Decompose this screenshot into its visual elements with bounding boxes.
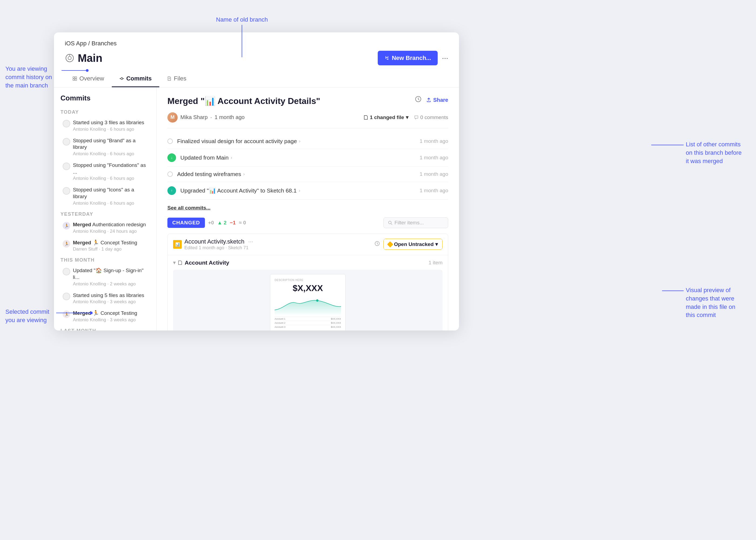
commit-dot <box>63 138 70 146</box>
annotation-connector <box>62 67 88 72</box>
tab-commits[interactable]: Commits <box>112 71 159 87</box>
branch-title: Main <box>65 52 102 64</box>
commit-dot <box>63 268 70 275</box>
list-item[interactable]: Stopped using "Icons" as a libraryAntoni… <box>56 184 154 208</box>
breadcrumb-current[interactable]: Branches <box>91 40 117 47</box>
annotation-dot-bottom <box>90 312 93 314</box>
changed-file-badge[interactable]: 1 changed file ▾ <box>363 114 409 120</box>
annotation-line-right <box>651 145 684 145</box>
filter-input-container[interactable]: Filter items... <box>383 217 448 228</box>
main-content: Merged "📊 Account Activity Details" Shar… <box>157 87 459 331</box>
artboard-header: ▾ Account Activity 1 item <box>173 259 442 266</box>
file-item: 📊 Account Activity.sketch ··· Edited 1 m… <box>168 233 448 331</box>
commit-meta-row: M Mika Sharp · 1 month ago 1 changed fil… <box>168 112 448 128</box>
section-label-yesterday: YESTERDAY <box>54 209 156 219</box>
commit-name: Updated "🏠 Sign-up - Sign-in" li... <box>73 267 148 281</box>
chevron-down-icon[interactable]: ▾ <box>173 260 176 266</box>
annotation-right-top: List of other commits on this branch bef… <box>651 140 745 165</box>
commit-title: Merged "📊 Account Activity Details" <box>168 95 320 107</box>
commit-header-actions: Share <box>415 95 448 104</box>
tab-commits-label: Commits <box>126 75 152 82</box>
list-item[interactable]: Stopped using "Foundations" as ...Antoni… <box>56 159 154 184</box>
chevron-down-icon: ▾ <box>406 114 409 120</box>
chevron-right-icon: › <box>299 188 300 193</box>
history-button[interactable] <box>415 95 422 104</box>
commit-name: Merged Authentication redesign <box>73 221 146 228</box>
annotation-bottom-left: Selected commit you are viewing <box>5 308 93 325</box>
list-item[interactable]: Started using 5 files as librariesAntoni… <box>56 289 154 308</box>
changed-files-count: 1 changed file <box>370 114 404 120</box>
commit-name: Stopped using "Brand" as a library <box>73 137 148 151</box>
commit-dot <box>63 163 70 170</box>
file-more[interactable]: ··· <box>248 238 253 245</box>
diamond-icon <box>387 241 393 247</box>
tab-files[interactable]: Files <box>159 71 194 87</box>
commit-meta: Antonio Knolling · 24 hours ago <box>73 229 146 234</box>
file-extension: .sketch <box>225 238 244 245</box>
commit-meta: Antonio Knolling · 2 weeks ago <box>73 281 148 287</box>
annotation-line-right2 <box>662 291 684 291</box>
section-label-today: TODAY <box>54 107 156 117</box>
commit-row-dot <box>168 139 173 144</box>
commit-name: Started using 3 files as libraries <box>73 119 144 126</box>
file-edited: Edited 1 month ago · Sketch 71 <box>185 245 253 251</box>
list-item[interactable]: Stopped using "Brand" as a libraryAntoni… <box>56 135 154 159</box>
annotation-text-preview: Visual preview of changes that were made… <box>686 286 745 320</box>
commit-header: Merged "📊 Account Activity Details" Shar… <box>168 95 448 107</box>
branch-icon <box>65 53 74 63</box>
diff-minus: −1 <box>230 220 236 226</box>
share-button[interactable]: Share <box>426 97 448 103</box>
mockup-amount: $X,XXX <box>293 283 323 293</box>
author-avatar: M <box>168 112 178 123</box>
new-branch-button[interactable]: New Branch... <box>378 51 438 66</box>
commit-name: Merged 🏃 Concept Testing <box>73 239 137 246</box>
commit-row-name: Finalized visual design for account acti… <box>177 138 301 144</box>
mockup-row: Account 3$XX,XXX <box>275 325 341 329</box>
commit-dot <box>63 293 70 300</box>
list-item[interactable]: Started using 3 files as librariesAntoni… <box>56 117 154 135</box>
commit-meta: Antonio Knolling · 6 hours ago <box>73 151 148 157</box>
commit-meta: Darren Stuff · 1 day ago <box>73 246 137 252</box>
preview-mockup: DESCRIPTION HERE $X,XXX <box>270 274 346 331</box>
list-item[interactable]: 🏃 Merged 🏃 Concept TestingDarren Stuff ·… <box>56 237 154 255</box>
more-button[interactable]: ··· <box>442 54 448 63</box>
diff-triangles-up: ▲ 2 <box>217 220 226 226</box>
list-item[interactable]: 🏃 Merged Authentication redesignAntonio … <box>56 219 154 237</box>
commit-row-name: Added testing wireframes › <box>177 171 245 177</box>
file-type-icon: 📊 <box>173 240 182 249</box>
open-untracked-button[interactable]: Open Untracked ▾ <box>383 239 442 250</box>
annotation-line-bottom <box>56 313 91 313</box>
table-row[interactable]: ↑ Upgraded "📊 Account Activity" to Sketc… <box>168 182 448 200</box>
commit-meta: Antonio Knolling · 6 hours ago <box>73 201 148 206</box>
annotation-top-middle: Name of old branch <box>216 16 268 59</box>
commit-dot: 🏃 <box>63 222 70 229</box>
file-name-text: Account Activity <box>185 238 225 245</box>
diff-squiggle: ≈ 0 <box>239 220 246 226</box>
body-layout: Commits TODAY Started using 3 files as l… <box>54 87 459 331</box>
mockup-rows: Account 1$XX,XXX Account 2$XX,XXX Accoun… <box>275 317 341 329</box>
list-item[interactable]: Updated "🏠 Sign-up - Sign-in" li...Anton… <box>56 265 154 289</box>
file-history-button[interactable] <box>374 240 380 248</box>
new-branch-label: New Branch... <box>392 55 431 62</box>
annotation-right-bottom: Visual preview of changes that were made… <box>662 286 745 320</box>
annotation-dot <box>86 69 88 72</box>
svg-line-14 <box>391 223 392 225</box>
annotation-text-commits: List of other commits on this branch bef… <box>686 140 745 165</box>
see-all-commits[interactable]: See all commits... <box>168 205 210 211</box>
changed-toolbar-left: CHANGED +0 ▲ 2 −1 ≈ 0 <box>168 217 246 228</box>
commit-row-time: 1 month ago <box>420 171 448 177</box>
author-name: Mika Sharp <box>181 114 208 120</box>
commit-dot <box>63 187 70 195</box>
changed-toolbar: CHANGED +0 ▲ 2 −1 ≈ 0 Filter items... <box>168 217 448 228</box>
table-row[interactable]: ↓ Updated from Main › 1 month ago <box>168 149 448 167</box>
commit-row-name: Updated from Main › <box>181 154 232 161</box>
svg-point-16 <box>316 299 318 302</box>
table-row[interactable]: Added testing wireframes › 1 month ago <box>168 167 448 182</box>
commit-meta: Antonio Knolling · 3 weeks ago <box>73 299 144 305</box>
file-header: 📊 Account Activity.sketch ··· Edited 1 m… <box>168 234 448 255</box>
mockup-row: Account 2$XX,XXX <box>275 321 341 325</box>
commit-name: Started using 5 files as libraries <box>73 292 144 299</box>
commit-time: 1 month ago <box>215 114 245 120</box>
breadcrumb-parent[interactable]: iOS App <box>65 40 87 47</box>
table-row[interactable]: Finalized visual design for account acti… <box>168 134 448 149</box>
